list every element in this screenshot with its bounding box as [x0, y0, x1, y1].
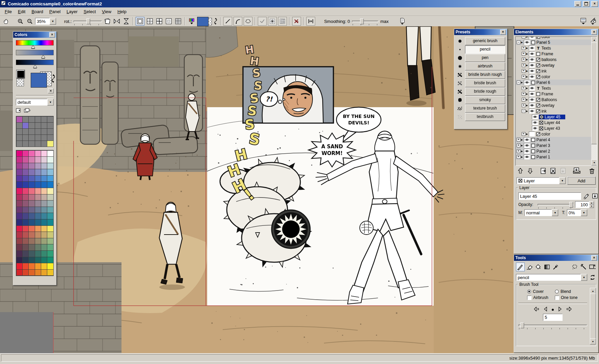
color-swatch[interactable] — [28, 213, 35, 219]
background-color-swatch[interactable] — [17, 79, 24, 86]
visibility-toggle[interactable] — [524, 143, 530, 148]
color-swatch[interactable] — [47, 257, 53, 264]
color-swatch[interactable] — [47, 238, 53, 245]
color-swatch[interactable] — [35, 141, 41, 147]
gradient-tool-icon[interactable] — [543, 263, 551, 271]
visibility-toggle[interactable] — [532, 120, 538, 125]
color-swatch[interactable] — [22, 181, 29, 188]
menu-board[interactable]: Board — [29, 8, 46, 15]
visibility-toggle[interactable] — [529, 109, 535, 114]
magic-wand-tool-icon[interactable] — [579, 263, 588, 271]
color-swatch[interactable] — [47, 263, 53, 270]
color-swatch[interactable] — [47, 213, 53, 219]
visibility-toggle[interactable] — [529, 131, 535, 136]
color-swatch[interactable] — [47, 156, 53, 163]
menu-view[interactable]: View — [99, 8, 114, 15]
expand-icon[interactable]: + — [522, 46, 525, 50]
opacity-slider[interactable] — [538, 202, 573, 208]
color-swatch[interactable] — [35, 181, 41, 188]
expand-icon[interactable]: + — [522, 58, 525, 61]
tree-row-panel-2[interactable]: +▶Panel 2 — [516, 148, 591, 154]
layer-merge-icon[interactable] — [592, 193, 599, 199]
color-swatch[interactable] — [16, 188, 23, 194]
menu-layer[interactable]: Layer — [64, 8, 80, 15]
color-swatch[interactable] — [41, 238, 47, 245]
color-swatch[interactable] — [35, 244, 41, 251]
expand-icon[interactable]: + — [522, 52, 525, 56]
color-swatch[interactable] — [22, 225, 29, 232]
visibility-toggle[interactable] — [524, 149, 530, 154]
color-swatch[interactable] — [16, 175, 23, 182]
color-swatch[interactable] — [28, 194, 35, 201]
layer-effects-icon[interactable] — [583, 193, 590, 199]
tree-row-texts[interactable]: +▶TTexts — [516, 45, 591, 51]
recent-colors-grid[interactable] — [16, 116, 54, 147]
color-swatch[interactable] — [41, 269, 47, 276]
color-swatch[interactable] — [28, 116, 35, 123]
color-swatch[interactable] — [41, 122, 47, 129]
line-mode-icon[interactable] — [223, 17, 232, 26]
color-swatch[interactable] — [41, 219, 47, 226]
color-swatch[interactable] — [35, 207, 41, 213]
visibility-toggle[interactable] — [532, 114, 538, 119]
tree-row-ink[interactable]: −▶ink — [516, 108, 591, 114]
expand-icon[interactable]: + — [522, 132, 525, 136]
color-swatch[interactable] — [16, 194, 23, 201]
expand-icon[interactable]: + — [517, 155, 520, 159]
presets-panel-titlebar[interactable]: Presets × — [454, 29, 507, 35]
color-swatch[interactable] — [41, 194, 47, 201]
color-swatch[interactable] — [28, 207, 35, 213]
cut-element-icon[interactable] — [550, 168, 557, 174]
preset-bristle-brush[interactable]: bristle brush — [465, 79, 505, 87]
brush-group-scrollbar[interactable]: ▲ ▼ — [590, 288, 595, 344]
tree-row-panel-3[interactable]: +▶Panel 3 — [516, 143, 591, 148]
tree-row-frame[interactable]: +▶Frame — [516, 91, 591, 97]
layer-name-input[interactable] — [518, 192, 581, 200]
color-swatch[interactable] — [35, 263, 41, 270]
color-swatch[interactable] — [35, 116, 41, 123]
add-element-button[interactable]: Add — [567, 177, 596, 185]
color-swatch[interactable] — [22, 122, 29, 129]
value-bar[interactable] — [16, 60, 54, 65]
color-swatch[interactable] — [28, 269, 35, 276]
color-swatch[interactable] — [41, 156, 47, 163]
color-swatch[interactable] — [28, 219, 35, 226]
color-swatch[interactable] — [35, 200, 41, 207]
color-swatch[interactable] — [16, 116, 23, 123]
color-swatch[interactable] — [47, 163, 53, 170]
color-swatch[interactable] — [28, 150, 35, 157]
color-swatch[interactable] — [16, 232, 23, 238]
layout-grid-panel-icon[interactable] — [146, 17, 154, 25]
color-swatch[interactable] — [28, 232, 35, 238]
scrollbar-thumb[interactable] — [591, 42, 597, 144]
color-swatch[interactable] — [47, 169, 53, 176]
opacity-spinner[interactable]: 100 ▲▼ — [575, 201, 594, 208]
color-swatch[interactable] — [28, 238, 35, 245]
tree-row-texts[interactable]: +▶TTexts — [516, 85, 591, 91]
color-swatch[interactable] — [47, 150, 53, 157]
value-marker[interactable] — [33, 65, 37, 68]
color-swatch[interactable] — [28, 244, 35, 251]
tree-row-balloons[interactable]: +▶balloons — [516, 57, 591, 62]
preset-airbrush[interactable]: airbrush — [465, 62, 505, 70]
color-swatch[interactable] — [41, 134, 47, 141]
tree-row-balloons[interactable]: +▶Balloons — [516, 97, 591, 102]
close-button[interactable]: × — [591, 1, 598, 7]
color-swatch[interactable] — [35, 219, 41, 226]
minimize-button[interactable] — [574, 1, 581, 7]
color-swatch[interactable] — [41, 163, 47, 170]
tree-row-overlay[interactable]: +▶overlay — [516, 62, 591, 68]
paste-element-icon[interactable] — [560, 168, 567, 174]
remove-swatch-icon[interactable]: × — [48, 88, 54, 93]
color-swatch[interactable] — [41, 175, 47, 182]
color-swatch[interactable] — [28, 188, 35, 194]
visibility-toggle[interactable] — [529, 97, 535, 102]
color-swatch[interactable] — [22, 141, 29, 147]
color-swatch[interactable] — [41, 181, 47, 188]
color-swatch[interactable] — [47, 175, 53, 182]
chevron-down-icon[interactable]: ▼ — [581, 274, 587, 281]
color-swatch[interactable] — [22, 244, 29, 251]
color-swatch[interactable] — [16, 207, 23, 213]
color-swatch[interactable] — [35, 175, 41, 182]
chevron-down-icon[interactable]: ▼ — [47, 99, 54, 105]
